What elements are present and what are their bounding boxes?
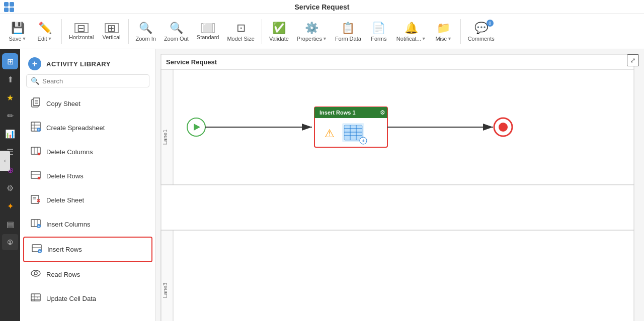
form-data-label: Form Data — [335, 36, 361, 42]
svg-text:+: + — [38, 128, 40, 132]
horizontal-icon: ⊟ — [74, 23, 89, 33]
standard-icon: ⬜ — [201, 23, 215, 33]
save-button[interactable]: 💾 Save ▼ — [5, 17, 30, 47]
left-nav: ⊞ ⬆ ★ ✏ 📊 ☰ ⊕ ⚙ ✦ ▤ ① — [0, 49, 20, 321]
svg-rect-44 — [161, 230, 173, 321]
canvas-area: ⤢ Service Request Lane1 Lane3 — [156, 49, 644, 321]
notifications-label: Notificat... — [396, 36, 421, 42]
topbar: Service Request — [0, 0, 644, 14]
zoom-in-button[interactable]: 🔍 Zoom In — [133, 17, 159, 47]
misc-button[interactable]: 📁 Misc ▼ — [431, 17, 456, 47]
svg-rect-47 — [344, 125, 362, 140]
svg-rect-40 — [161, 54, 634, 69]
validate-button[interactable]: ✅ Validate — [266, 17, 292, 47]
edit-arrow: ▼ — [48, 36, 52, 41]
activity-item-create-spreadsheet[interactable]: + Create Spreadsheet — [23, 116, 152, 140]
misc-icon: 📁 — [437, 22, 450, 35]
activity-item-delete-rows[interactable]: Delete Rows — [23, 164, 152, 188]
insert-columns-label: Insert Columns — [46, 221, 90, 228]
horizontal-button[interactable]: ⊟ Horizontal — [66, 17, 97, 47]
app-logo — [4, 2, 14, 12]
model-size-button[interactable]: ⊡ Model Size — [224, 17, 257, 47]
search-input[interactable] — [42, 77, 145, 85]
zoom-in-icon: 🔍 — [139, 22, 152, 35]
activity-item-read-rows[interactable]: Read Rows — [23, 263, 152, 286]
update-cell-data-icon — [30, 292, 41, 305]
svg-rect-42 — [161, 69, 173, 185]
nav-grid-icon[interactable]: ⊞ — [2, 53, 18, 69]
diagram-svg: Service Request Lane1 Lane3 Insert Rows … — [156, 49, 644, 321]
search-box: 🔍 — [26, 74, 149, 87]
form-data-button[interactable]: 📋 Form Data — [332, 17, 364, 47]
activity-item-delete-sheet[interactable]: Delete Sheet — [23, 188, 152, 212]
nav-star-icon[interactable]: ★ — [2, 89, 18, 105]
update-cell-data-label: Update Cell Data — [46, 295, 96, 302]
model-size-label: Model Size — [227, 36, 254, 42]
edit-button[interactable]: ✏️ Edit ▼ — [32, 17, 57, 47]
svg-point-34 — [31, 270, 40, 276]
properties-button[interactable]: ⚙️ Properties ▼ — [294, 17, 330, 47]
nav-pencil-icon[interactable]: ✏ — [2, 108, 18, 124]
model-size-icon: ⊡ — [236, 22, 246, 35]
forms-icon: 📄 — [372, 22, 385, 35]
insert-columns-icon: + — [30, 218, 41, 231]
forms-button[interactable]: 📄 Forms — [366, 17, 391, 47]
horizontal-label: Horizontal — [69, 34, 94, 40]
activity-item-update-cell-data[interactable]: Update Cell Data — [23, 287, 152, 310]
comments-label: Comments — [468, 36, 495, 42]
activity-item-insert-rows[interactable]: + Insert Rows — [23, 237, 152, 262]
properties-label: Properties — [297, 36, 322, 42]
delete-rows-icon — [30, 169, 41, 183]
collapse-panel-button[interactable]: ‹ — [0, 151, 10, 171]
divider-4 — [460, 19, 461, 44]
expand-button[interactable]: ⤢ — [627, 54, 639, 66]
save-label: Save — [9, 36, 22, 42]
app-title: Service Request — [295, 3, 350, 11]
divider-2 — [128, 19, 129, 44]
copy-sheet-icon — [30, 97, 41, 111]
end-event-inner — [499, 123, 508, 132]
comments-button[interactable]: 💬 0 Comments — [465, 17, 498, 47]
comments-badge: 0 — [487, 20, 494, 27]
nav-orange-icon[interactable]: ✦ — [2, 198, 18, 214]
read-rows-label: Read Rows — [46, 271, 80, 278]
activity-title: AcTIVITY LIBRARY — [46, 60, 111, 68]
vertical-label: Vertical — [102, 34, 120, 40]
standard-button[interactable]: ⬜ Standard — [194, 17, 222, 47]
zoom-out-label: Zoom Out — [164, 36, 189, 42]
svg-text:+: + — [362, 138, 365, 144]
validate-label: Validate — [269, 36, 289, 42]
activity-item-delete-columns[interactable]: Delete Columns — [23, 140, 152, 164]
task-title: Insert Rows 1 — [319, 110, 356, 116]
nav-box-icon[interactable]: ▤ — [2, 216, 18, 232]
nav-home-icon[interactable]: ⬆ — [2, 71, 18, 87]
add-activity-button[interactable]: + — [28, 57, 41, 70]
activity-item-insert-columns[interactable]: + Insert Columns — [23, 212, 152, 236]
divider-3 — [262, 19, 262, 44]
insert-rows-icon: + — [31, 243, 42, 256]
form-data-icon: 📋 — [341, 22, 355, 35]
delete-sheet-icon — [30, 193, 41, 207]
edit-icon: ✏️ — [38, 22, 52, 35]
vertical-icon: ⊞ — [105, 23, 119, 33]
nav-spreadsheet-icon[interactable]: 📊 — [2, 126, 18, 142]
main-area: ⊞ ⬆ ★ ✏ 📊 ☰ ⊕ ⚙ ✦ ▤ ① + AcTIVITY LIBRARY… — [0, 49, 644, 321]
vertical-button[interactable]: ⊞ Vertical — [99, 17, 124, 47]
search-icon: 🔍 — [31, 77, 39, 85]
delete-columns-label: Delete Columns — [46, 148, 93, 156]
delete-rows-label: Delete Rows — [46, 172, 84, 180]
activity-header: + AcTIVITY LIBRARY — [20, 49, 155, 74]
task-warning-icon: ⚠ — [325, 127, 335, 140]
diagram-title: Service Request — [166, 58, 217, 66]
activity-item-copy-sheet[interactable]: Copy Sheet — [23, 92, 152, 116]
nav-tools-icon[interactable]: ⚙ — [2, 180, 18, 196]
zoom-out-button[interactable]: 🔍 Zoom Out — [161, 17, 192, 47]
svg-rect-43 — [161, 230, 634, 321]
activity-list: Copy Sheet + Create Spreadsheet — [20, 91, 155, 321]
comments-icon: 💬 — [474, 22, 488, 35]
notifications-button[interactable]: 🔔 Notificat... ▼ — [393, 17, 429, 47]
lane3-label: Lane3 — [162, 283, 168, 298]
nav-number-icon[interactable]: ① — [2, 234, 18, 250]
divider-1 — [61, 19, 62, 44]
toolbar: 💾 Save ▼ ✏️ Edit ▼ ⊟ Horizontal ⊞ Vertic… — [0, 14, 644, 49]
